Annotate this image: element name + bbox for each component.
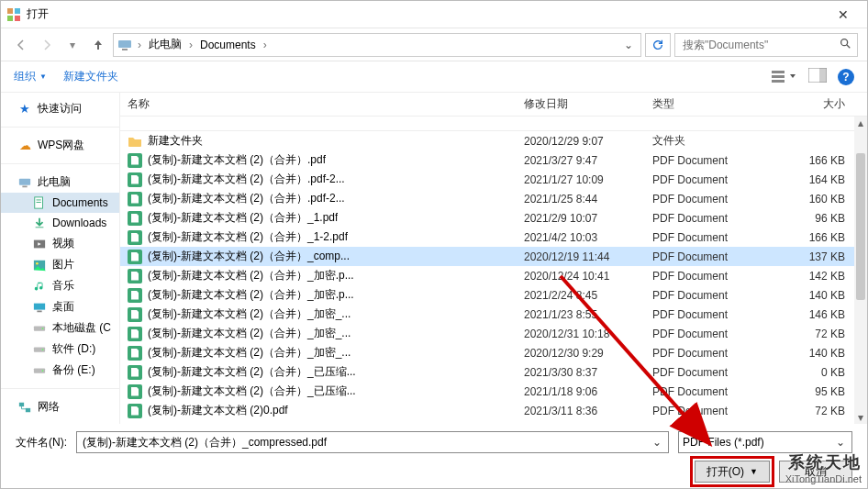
file-row[interactable]: (复制)-新建文本文档 (2)（合并）_已压缩...2021/3/30 8:37… <box>120 362 867 382</box>
pic-icon <box>32 258 47 272</box>
file-row[interactable] <box>120 117 867 131</box>
filename-input[interactable] <box>81 435 650 450</box>
watermark: 系统天地 XiTongTianDi.net <box>785 451 862 484</box>
pdf-icon <box>128 288 142 303</box>
svg-rect-16 <box>37 200 41 201</box>
preview-pane-button[interactable] <box>808 68 827 85</box>
filename-combo[interactable]: ⌄ <box>76 431 669 453</box>
svg-rect-2 <box>7 16 13 21</box>
svg-rect-22 <box>34 303 45 309</box>
folder-row[interactable]: 新建文件夹2020/12/29 9:07文件夹 <box>120 131 867 150</box>
file-row[interactable]: (复制)-新建文本文档 (2)（合并）_加密_...2020/12/31 10:… <box>120 324 867 343</box>
back-button[interactable] <box>10 34 32 56</box>
file-type-combo[interactable]: PDF Files (*.pdf) ⌄ <box>678 431 852 453</box>
file-row[interactable]: (复制)-新建文本文档 (2)（合并）_加密.p...2021/2/24 8:4… <box>120 285 867 305</box>
sidebar-item-videos[interactable]: 视频 <box>1 233 119 254</box>
svg-rect-8 <box>772 71 785 73</box>
sidebar-item-quick-access[interactable]: ★ 快速访问 <box>1 98 119 119</box>
dialog-footer: 文件名(N): ⌄ PDF Files (*.pdf) ⌄ 打开(O) ▼ 取消 <box>1 424 867 488</box>
search-input[interactable] <box>681 38 835 52</box>
toolbar: 组织▼ 新建文件夹 ? <box>1 61 867 93</box>
search-box[interactable] <box>674 33 858 57</box>
chevron-right-icon: › <box>136 39 143 51</box>
disk-icon <box>32 342 47 357</box>
sidebar-item-network[interactable]: 网络 <box>1 396 119 417</box>
sidebar-item-music[interactable]: 音乐 <box>1 275 119 296</box>
file-row[interactable]: (复制)-新建文本文档 (2)（合并）_1-2.pdf2021/4/2 10:0… <box>120 228 867 247</box>
close-button[interactable]: ✕ <box>825 2 862 28</box>
svg-point-25 <box>42 328 44 329</box>
svg-rect-12 <box>819 68 827 83</box>
chevron-right-icon: › <box>187 39 195 51</box>
svg-rect-13 <box>19 178 30 184</box>
star-icon: ★ <box>17 102 32 117</box>
svg-point-6 <box>841 39 848 46</box>
network-icon <box>17 400 32 415</box>
svg-rect-9 <box>772 75 785 78</box>
chevron-down-icon[interactable]: ⌄ <box>650 436 664 449</box>
file-list[interactable]: 新建文件夹2020/12/29 9:07文件夹(复制)-新建文本文档 (2)（合… <box>120 117 867 424</box>
disk-icon <box>32 363 47 378</box>
forward-button[interactable] <box>36 34 58 56</box>
sidebar-item-diskd[interactable]: 软件 (D:) <box>1 339 119 360</box>
folder-icon <box>128 134 142 149</box>
recent-locations-button[interactable]: ▾ <box>61 34 83 56</box>
svg-rect-23 <box>37 310 41 312</box>
file-row[interactable]: (复制)-新建文本文档 (2)（合并）_加密.p...2020/12/24 10… <box>120 266 867 285</box>
breadcrumb-item-pc[interactable]: 此电脑 <box>147 37 184 52</box>
new-folder-button[interactable]: 新建文件夹 <box>63 69 118 84</box>
svg-rect-4 <box>118 40 131 48</box>
disk-icon <box>32 321 47 336</box>
open-button[interactable]: 打开(O) ▼ <box>695 461 770 483</box>
app-icon <box>6 7 21 22</box>
split-chevron-icon[interactable]: ▼ <box>750 467 758 476</box>
pdf-icon <box>128 250 142 264</box>
sidebar-item-downloads[interactable]: Downloads <box>1 213 119 233</box>
sidebar-item-diskc[interactable]: 本地磁盘 (C <box>1 317 119 339</box>
breadcrumb-item-documents[interactable]: Documents <box>198 39 258 51</box>
scroll-up-button[interactable]: ▴ <box>854 117 867 129</box>
sidebar-item-desktop[interactable]: 桌面 <box>1 296 119 317</box>
pdf-icon <box>128 172 142 187</box>
sidebar-item-wps[interactable]: ☁ WPS网盘 <box>1 135 119 156</box>
organize-button[interactable]: 组织▼ <box>14 69 47 84</box>
desk-icon <box>32 300 47 315</box>
file-row[interactable]: (复制)-新建文本文档 (2)（合并）.pdf-2...2021/1/27 10… <box>120 170 867 189</box>
file-row[interactable]: (复制)-新建文本文档 (2)（合并）_comp...2020/12/19 11… <box>120 247 867 266</box>
history-dropdown[interactable]: ⌄ <box>624 39 633 51</box>
svg-rect-10 <box>772 80 785 83</box>
up-button[interactable] <box>87 34 109 56</box>
address-bar-row: ▾ › 此电脑 › Documents › ⌄ <box>1 28 867 61</box>
svg-rect-0 <box>7 8 13 14</box>
column-type[interactable]: 类型 <box>652 96 772 112</box>
scroll-down-button[interactable]: ▾ <box>854 411 867 424</box>
svg-point-21 <box>36 261 39 264</box>
breadcrumb-bar[interactable]: › 此电脑 › Documents › ⌄ <box>113 33 641 57</box>
column-name[interactable]: 名称 <box>120 96 524 112</box>
sidebar-item-this-pc[interactable]: 此电脑 <box>1 172 119 193</box>
column-size[interactable]: 大小 <box>772 96 854 112</box>
scroll-thumb[interactable] <box>856 153 865 300</box>
file-row[interactable]: (复制)-新建文本文档 (2)0.pdf2021/3/11 8:36PDF Do… <box>120 401 867 420</box>
sidebar-item-diske[interactable]: 备份 (E:) <box>1 360 119 381</box>
column-headers[interactable]: 名称 修改日期 类型 大小 <box>120 93 867 117</box>
svg-rect-30 <box>19 402 24 406</box>
file-row[interactable]: (复制)-新建文本文档 (2)（合并）_已压缩...2021/1/18 9:06… <box>120 382 867 401</box>
chevron-down-icon[interactable]: ⌄ <box>833 436 848 449</box>
chevron-right-icon: › <box>262 39 269 51</box>
scrollbar-vertical[interactable]: ▴ ▾ <box>854 117 867 424</box>
file-row[interactable]: (复制)-新建文本文档 (2)（合并）_加密_...2021/1/23 8:55… <box>120 305 867 324</box>
column-date[interactable]: 修改日期 <box>524 96 652 112</box>
file-row[interactable]: (复制)-新建文本文档 (2)（合并）_1.pdf2021/2/9 10:07P… <box>120 208 867 228</box>
sidebar-item-documents[interactable]: Documents <box>1 193 119 213</box>
refresh-button[interactable] <box>645 33 671 57</box>
svg-rect-14 <box>22 185 27 187</box>
file-row[interactable]: (复制)-新建文本文档 (2)（合并）.pdf-2...2021/1/25 8:… <box>120 189 867 208</box>
file-row[interactable]: (复制)-新建文本文档 (2)（合并）.pdf2021/3/27 9:47PDF… <box>120 150 867 170</box>
file-row[interactable]: (复制)-新建文本文档 (2)（合并）_加密_...2020/12/30 9:2… <box>120 343 867 362</box>
help-button[interactable]: ? <box>838 69 854 85</box>
music-icon <box>32 279 47 294</box>
file-type-value: PDF Files (*.pdf) <box>683 436 833 449</box>
sidebar-item-pictures[interactable]: 图片 <box>1 254 119 275</box>
view-options-button[interactable] <box>772 70 797 84</box>
